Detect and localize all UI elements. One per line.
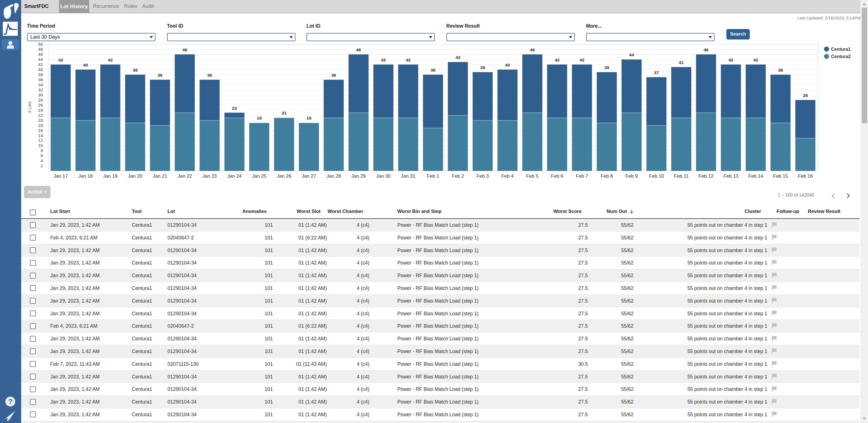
svg-text:Feb 6: Feb 6 (551, 173, 563, 179)
svg-text:38: 38 (38, 72, 43, 77)
svg-text:21: 21 (282, 110, 287, 115)
svg-text:42: 42 (580, 58, 584, 62)
svg-text:Jan 21: Jan 21 (153, 173, 167, 179)
svg-text:Feb 1: Feb 1 (427, 173, 439, 179)
svg-text:36: 36 (331, 73, 336, 77)
svg-text:Feb 7: Feb 7 (576, 173, 588, 179)
svg-text:42: 42 (728, 58, 733, 62)
svg-text:28: 28 (803, 93, 808, 98)
svg-text:34: 34 (38, 83, 43, 87)
svg-text:28: 28 (38, 98, 43, 102)
svg-text:Feb 9: Feb 9 (625, 173, 638, 179)
svg-text:36: 36 (38, 77, 43, 82)
svg-text:Feb 4: Feb 4 (501, 173, 514, 179)
svg-text:39: 39 (480, 65, 485, 70)
svg-text:Jan 26: Jan 26 (277, 173, 291, 179)
svg-text:30: 30 (38, 93, 43, 97)
svg-text:# Lots: # Lots (27, 101, 32, 113)
svg-text:46: 46 (38, 52, 43, 57)
svg-text:42: 42 (38, 62, 43, 67)
svg-text:Jan 24: Jan 24 (227, 173, 242, 179)
svg-text:Centura1: Centura1 (831, 47, 850, 52)
svg-text:24: 24 (38, 108, 43, 112)
svg-text:Feb 12: Feb 12 (699, 173, 714, 179)
svg-text:46: 46 (356, 47, 361, 52)
svg-text:Jan 27: Jan 27 (302, 173, 316, 179)
svg-text:Jan 30: Jan 30 (376, 173, 391, 179)
svg-text:Feb 2: Feb 2 (452, 173, 464, 179)
svg-text:38: 38 (778, 68, 783, 72)
svg-text:40: 40 (83, 63, 88, 67)
svg-text:Feb 15: Feb 15 (773, 173, 788, 179)
svg-text:14: 14 (38, 133, 43, 138)
svg-text:4: 4 (41, 158, 43, 163)
svg-text:Jan 31: Jan 31 (401, 173, 415, 179)
svg-text:Feb 14: Feb 14 (748, 173, 763, 179)
svg-text:40: 40 (505, 63, 510, 67)
svg-text:?: ? (8, 398, 12, 405)
svg-text:Feb 10: Feb 10 (649, 173, 664, 179)
svg-text:Feb 5: Feb 5 (526, 173, 538, 179)
svg-text:38: 38 (431, 68, 436, 72)
svg-text:Jan 29: Jan 29 (351, 173, 366, 179)
svg-text:16: 16 (38, 128, 43, 133)
svg-text:36: 36 (157, 73, 162, 77)
svg-text:22: 22 (38, 113, 43, 118)
svg-text:Jan 28: Jan 28 (327, 173, 341, 179)
svg-text:12: 12 (38, 138, 43, 143)
svg-text:50: 50 (38, 42, 43, 46)
svg-text:20: 20 (38, 118, 43, 123)
svg-text:10: 10 (38, 143, 43, 148)
svg-text:48: 48 (38, 47, 43, 52)
svg-text:44: 44 (38, 57, 43, 62)
svg-text:42: 42 (108, 58, 113, 62)
svg-text:37: 37 (654, 70, 659, 75)
svg-text:6: 6 (41, 153, 43, 158)
svg-text:46: 46 (704, 47, 709, 52)
svg-text:42: 42 (555, 58, 560, 62)
svg-text:19: 19 (306, 116, 312, 121)
svg-text:Feb 13: Feb 13 (723, 173, 739, 179)
svg-text:41: 41 (679, 60, 684, 65)
svg-text:46: 46 (182, 47, 187, 52)
svg-text:46: 46 (530, 47, 535, 52)
svg-text:Feb 11: Feb 11 (674, 173, 688, 179)
svg-text:40: 40 (38, 67, 43, 72)
svg-text:Feb 8: Feb 8 (601, 173, 613, 179)
svg-text:Jan 23: Jan 23 (202, 173, 217, 179)
svg-text:26: 26 (38, 103, 43, 107)
svg-text:Feb 3: Feb 3 (476, 173, 489, 179)
svg-text:8: 8 (41, 148, 43, 153)
svg-text:Jan 25: Jan 25 (252, 173, 267, 179)
svg-text:Feb 16: Feb 16 (798, 173, 813, 179)
svg-text:23: 23 (232, 106, 237, 110)
svg-text:Centura2: Centura2 (831, 54, 850, 59)
svg-text:42: 42 (753, 58, 758, 62)
svg-text:39: 39 (604, 65, 610, 70)
svg-text:36: 36 (207, 73, 212, 77)
svg-text:43: 43 (456, 55, 461, 60)
svg-text:18: 18 (38, 123, 43, 128)
svg-text:Jan 17: Jan 17 (53, 173, 68, 179)
svg-text:38: 38 (133, 68, 138, 72)
svg-text:2: 2 (41, 163, 43, 168)
svg-text:42: 42 (381, 58, 386, 62)
svg-text:Jan 18: Jan 18 (78, 173, 93, 179)
svg-text:32: 32 (38, 88, 43, 92)
svg-text:19: 19 (257, 116, 262, 121)
svg-text:Jan 19: Jan 19 (103, 173, 117, 179)
svg-text:42: 42 (58, 58, 63, 62)
svg-text:Jan 22: Jan 22 (178, 173, 192, 179)
svg-text:44: 44 (629, 53, 634, 57)
svg-text:42: 42 (406, 58, 410, 62)
svg-text:Jan 20: Jan 20 (128, 173, 142, 179)
